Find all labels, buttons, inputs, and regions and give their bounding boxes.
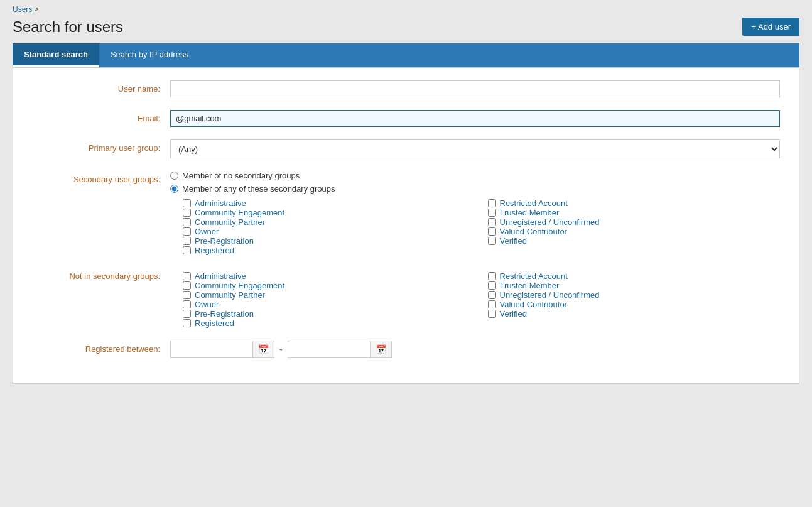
date-end-wrap: 📅 <box>288 341 392 358</box>
cb-secondary-restricted-label: Restricted Account <box>500 199 568 208</box>
cb-secondary-unregistered-input[interactable] <box>488 218 496 226</box>
date-start-calendar-button[interactable]: 📅 <box>252 341 274 357</box>
cb-notin-unregistered[interactable]: Unregistered / Unconfirmed <box>488 290 781 300</box>
cb-notin-registered-input[interactable] <box>183 319 191 327</box>
radio-any-secondary-input[interactable] <box>170 185 178 193</box>
page-header: Search for users + Add user <box>13 18 799 36</box>
cb-secondary-verified-label: Verified <box>500 236 527 246</box>
date-start-wrap: 📅 <box>170 341 274 358</box>
add-user-button[interactable]: + Add user <box>742 18 799 36</box>
primary-group-select[interactable]: (Any) <box>170 139 780 158</box>
secondary-groups-checkboxes: Administrative Community Engagement Comm… <box>170 199 780 255</box>
registered-between-label: Registered between: <box>32 341 170 354</box>
cb-notin-unregistered-label: Unregistered / Unconfirmed <box>500 290 600 300</box>
registered-between-row: Registered between: 📅 - 📅 <box>32 341 780 358</box>
cb-notin-owner-label: Owner <box>195 300 219 309</box>
email-row: Email: <box>32 110 780 127</box>
radio-no-secondary-label: Member of no secondary groups <box>182 171 300 180</box>
cb-secondary-valued-input[interactable] <box>488 227 496 236</box>
cb-notin-community-engagement-input[interactable] <box>183 281 191 290</box>
cb-notin-restricted[interactable]: Restricted Account <box>488 271 781 281</box>
cb-notin-pre-registration[interactable]: Pre-Registration <box>183 309 475 319</box>
email-input[interactable] <box>170 110 780 127</box>
primary-group-row: Primary user group: (Any) <box>32 139 780 158</box>
cb-notin-valued-label: Valued Contributor <box>500 300 567 309</box>
cb-notin-administrative[interactable]: Administrative <box>183 271 475 281</box>
cb-secondary-community-engagement[interactable]: Community Engagement <box>183 208 475 217</box>
radio-no-secondary[interactable]: Member of no secondary groups <box>170 171 780 180</box>
cb-secondary-community-partner-input[interactable] <box>183 218 191 226</box>
cb-secondary-verified-input[interactable] <box>488 237 496 245</box>
cb-secondary-trusted-input[interactable] <box>488 209 496 217</box>
cb-secondary-trusted[interactable]: Trusted Member <box>488 208 781 217</box>
cb-secondary-trusted-label: Trusted Member <box>500 208 560 217</box>
tab-search-by-ip[interactable]: Search by IP address <box>99 43 200 67</box>
cb-secondary-pre-registration[interactable]: Pre-Registration <box>183 236 475 246</box>
cb-notin-verified-input[interactable] <box>488 310 496 318</box>
breadcrumb: Users > <box>13 5 799 14</box>
page-title: Search for users <box>13 18 123 36</box>
cb-secondary-restricted-input[interactable] <box>488 199 496 207</box>
cb-notin-valued-input[interactable] <box>488 300 496 308</box>
cb-secondary-community-engagement-input[interactable] <box>183 209 191 217</box>
cb-secondary-registered-input[interactable] <box>183 246 191 254</box>
cb-secondary-pre-registration-label: Pre-Registration <box>195 236 254 246</box>
cb-secondary-verified[interactable]: Verified <box>488 236 781 246</box>
username-row: User name: <box>32 80 780 97</box>
radio-any-secondary[interactable]: Member of any of these secondary groups <box>170 184 780 194</box>
cb-notin-trusted-label: Trusted Member <box>500 281 560 290</box>
username-input[interactable] <box>170 80 780 97</box>
tab-standard-search[interactable]: Standard search <box>13 43 99 67</box>
cb-notin-trusted[interactable]: Trusted Member <box>488 281 781 290</box>
secondary-groups-label: Secondary user groups: <box>32 171 170 184</box>
cb-notin-verified-label: Verified <box>500 309 527 319</box>
cb-notin-administrative-label: Administrative <box>195 271 246 281</box>
cb-secondary-owner-input[interactable] <box>183 227 191 236</box>
cb-secondary-valued[interactable]: Valued Contributor <box>488 227 781 236</box>
radio-any-secondary-label: Member of any of these secondary groups <box>182 184 335 194</box>
cb-notin-community-engagement[interactable]: Community Engagement <box>183 281 475 290</box>
cb-notin-restricted-input[interactable] <box>488 272 496 280</box>
cb-secondary-registered-label: Registered <box>195 246 234 255</box>
date-start-input[interactable] <box>171 342 252 357</box>
cb-notin-community-partner-label: Community Partner <box>195 290 265 300</box>
registered-between-control: 📅 - 📅 <box>170 341 780 358</box>
breadcrumb-users-link[interactable]: Users <box>13 5 32 14</box>
cb-secondary-community-engagement-label: Community Engagement <box>195 208 284 217</box>
cb-secondary-registered[interactable]: Registered <box>183 246 475 255</box>
cb-notin-community-partner-input[interactable] <box>183 291 191 299</box>
cb-notin-community-engagement-label: Community Engagement <box>195 281 284 290</box>
radio-no-secondary-input[interactable] <box>170 172 178 180</box>
not-in-groups-label: Not in secondary groups: <box>32 268 170 281</box>
date-end-calendar-button[interactable]: 📅 <box>370 341 391 357</box>
cb-notin-administrative-input[interactable] <box>183 272 191 280</box>
cb-notin-registered[interactable]: Registered <box>183 319 475 328</box>
cb-notin-valued[interactable]: Valued Contributor <box>488 300 781 309</box>
breadcrumb-separator: > <box>35 5 39 14</box>
date-end-input[interactable] <box>288 342 370 357</box>
cb-secondary-community-partner[interactable]: Community Partner <box>183 217 475 227</box>
cb-notin-trusted-input[interactable] <box>488 281 496 290</box>
not-in-right-col: Restricted Account Trusted Member Unregi… <box>488 271 781 328</box>
cb-secondary-pre-registration-input[interactable] <box>183 237 191 245</box>
cb-secondary-unregistered[interactable]: Unregistered / Unconfirmed <box>488 217 781 227</box>
not-in-left-col: Administrative Community Engagement Comm… <box>183 271 475 328</box>
cb-notin-pre-registration-input[interactable] <box>183 310 191 318</box>
cb-notin-unregistered-input[interactable] <box>488 291 496 299</box>
cb-secondary-administrative-input[interactable] <box>183 199 191 207</box>
username-control <box>170 80 780 97</box>
cb-notin-owner[interactable]: Owner <box>183 300 475 309</box>
cb-secondary-owner[interactable]: Owner <box>183 227 475 236</box>
cb-notin-registered-label: Registered <box>195 319 234 328</box>
primary-group-control: (Any) <box>170 139 780 158</box>
cb-notin-verified[interactable]: Verified <box>488 309 781 319</box>
not-in-groups-control: Administrative Community Engagement Comm… <box>170 268 780 328</box>
search-form: User name: Email: Primary user group: (A… <box>13 67 799 384</box>
cb-secondary-administrative[interactable]: Administrative <box>183 199 475 208</box>
cb-notin-community-partner[interactable]: Community Partner <box>183 290 475 300</box>
secondary-groups-row: Secondary user groups: Member of no seco… <box>32 171 780 255</box>
cb-notin-owner-input[interactable] <box>183 300 191 308</box>
cb-secondary-restricted[interactable]: Restricted Account <box>488 199 781 208</box>
cb-secondary-community-partner-label: Community Partner <box>195 217 265 227</box>
cb-notin-restricted-label: Restricted Account <box>500 271 568 281</box>
